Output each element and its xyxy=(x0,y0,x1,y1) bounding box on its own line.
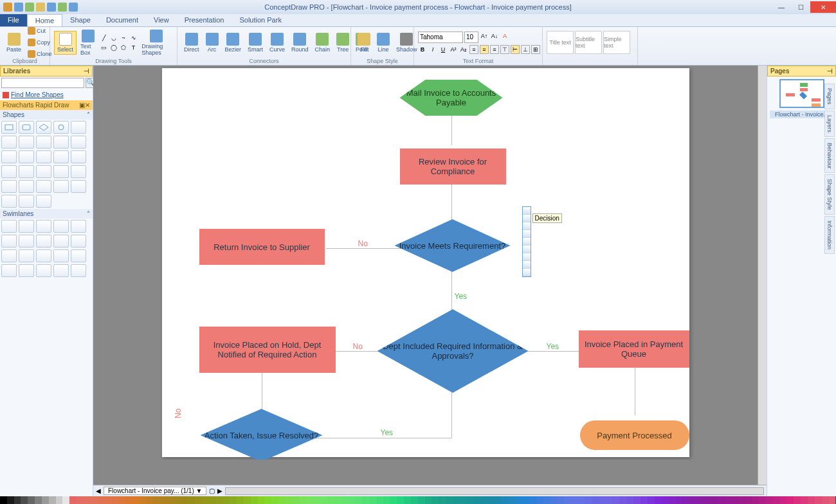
swimlanes-subsection[interactable]: Swimlanes ˄ xyxy=(0,209,93,219)
node-dept-included[interactable]: Dept Included Required Information & App… xyxy=(377,309,529,393)
swim-16[interactable] xyxy=(1,264,17,277)
canvas[interactable]: Mail Invoice to Accounts Payable Review … xyxy=(162,68,689,457)
shape-26[interactable] xyxy=(1,195,17,208)
tool-arc[interactable]: ◡ xyxy=(109,33,118,42)
textbox-button[interactable]: Text Box xyxy=(78,28,98,57)
node-review-invoice[interactable]: Review Invoice for Compliance xyxy=(400,148,506,184)
section-rapid-draw[interactable]: Flowcharts Rapid Draw▣✕ xyxy=(0,100,93,110)
shape-circle[interactable] xyxy=(53,121,69,134)
shape-27[interactable] xyxy=(19,195,34,208)
minimize-button[interactable]: — xyxy=(772,1,791,13)
shape-25[interactable] xyxy=(71,180,86,193)
tab-view[interactable]: View xyxy=(146,14,177,26)
shape-5[interactable] xyxy=(71,121,86,134)
qat-print-icon[interactable] xyxy=(47,3,56,12)
maximize-button[interactable]: ☐ xyxy=(791,1,810,13)
app-icon[interactable] xyxy=(3,3,12,12)
shape-10[interactable] xyxy=(71,136,86,148)
shape-6[interactable] xyxy=(1,136,17,148)
shape-22[interactable] xyxy=(19,180,34,193)
tool-text[interactable]: T xyxy=(129,43,138,52)
node-on-hold[interactable]: Invoice Placed on Hold, Dept Notified of… xyxy=(199,327,336,373)
conn-chain[interactable]: Chain xyxy=(313,32,333,54)
swim-1[interactable] xyxy=(1,220,17,233)
shape-rounded[interactable] xyxy=(19,121,34,134)
align-top[interactable]: ⊤ xyxy=(500,45,509,54)
swim-8[interactable] xyxy=(36,235,51,248)
shape-24[interactable] xyxy=(53,180,69,193)
conn-tree[interactable]: Tree xyxy=(334,32,352,54)
shape-9[interactable] xyxy=(53,136,69,148)
subscript-button[interactable]: A₂ xyxy=(459,45,468,54)
tool-line[interactable]: ╱ xyxy=(99,33,108,42)
tool-rect[interactable]: ▭ xyxy=(99,43,108,52)
swim-11[interactable] xyxy=(1,249,17,262)
shape-11[interactable] xyxy=(1,150,17,163)
smart-tb-3[interactable] xyxy=(523,222,531,230)
swim-14[interactable] xyxy=(53,249,69,262)
pagetab-prev[interactable]: ◀ xyxy=(96,487,101,494)
find-more-shapes-link[interactable]: Find More Shapes xyxy=(0,89,93,100)
tab-shape[interactable]: Shape xyxy=(62,14,98,26)
smart-tb-5[interactable] xyxy=(523,238,531,246)
shape-19[interactable] xyxy=(53,165,69,178)
smart-tb-9[interactable] xyxy=(523,269,531,276)
tab-home[interactable]: Home xyxy=(27,14,62,26)
align-middle[interactable]: ⊢ xyxy=(511,45,520,54)
style-simple[interactable]: Simple text xyxy=(603,31,630,54)
align-bottom[interactable]: ⊥ xyxy=(521,45,530,54)
smart-tb-7[interactable] xyxy=(523,253,531,261)
shape-rect[interactable] xyxy=(1,121,17,134)
node-invoice-meets[interactable]: Invoice Meets Requirement? xyxy=(395,219,511,272)
swim-13[interactable] xyxy=(36,249,51,262)
pin-icon[interactable]: ⊣ xyxy=(827,68,833,75)
conn-bezier[interactable]: Bezier xyxy=(223,32,244,54)
font-select[interactable] xyxy=(418,32,463,43)
shape-8[interactable] xyxy=(36,136,51,148)
shape-20[interactable] xyxy=(71,165,86,178)
underline-button[interactable]: U xyxy=(439,45,448,54)
sidetab-layers[interactable]: Layers xyxy=(824,111,835,137)
paste-button[interactable]: Paste xyxy=(4,32,24,54)
qat-undo-icon[interactable] xyxy=(25,3,34,12)
shape-18[interactable] xyxy=(36,165,51,178)
swim-3[interactable] xyxy=(36,220,51,233)
color-palette[interactable] xyxy=(0,496,836,504)
align-center[interactable]: ≡ xyxy=(480,45,489,54)
smart-toolbar[interactable] xyxy=(522,206,531,277)
conn-direct[interactable]: Direct xyxy=(181,32,202,54)
conn-curve[interactable]: Curve xyxy=(267,32,287,54)
fontsize-select[interactable] xyxy=(464,32,478,43)
align-justify[interactable]: ⊞ xyxy=(531,45,540,54)
sidetab-information[interactable]: Information xyxy=(824,216,835,254)
sidetab-shape-style[interactable]: Shape Style xyxy=(824,174,835,215)
node-payment-processed[interactable]: Payment Processed xyxy=(580,420,689,450)
align-right[interactable]: ≡ xyxy=(490,45,499,54)
smart-tb-6[interactable] xyxy=(523,246,531,253)
pagetab-next[interactable]: ▶ xyxy=(217,487,223,494)
shape-12[interactable] xyxy=(19,150,34,163)
page-tab[interactable]: Flowchart - Invoice pay... (1/1) ▼ xyxy=(104,487,206,495)
swim-5[interactable] xyxy=(71,220,86,233)
select-button[interactable]: Select xyxy=(54,31,77,55)
close-button[interactable]: ✕ xyxy=(810,1,836,13)
swim-9[interactable] xyxy=(53,235,69,248)
swim-12[interactable] xyxy=(19,249,34,262)
conn-smart[interactable]: Smart xyxy=(245,32,266,54)
shape-17[interactable] xyxy=(19,165,34,178)
shape-13[interactable] xyxy=(36,150,51,163)
smart-tb-8[interactable] xyxy=(523,261,531,269)
swim-20[interactable] xyxy=(71,264,86,277)
qat-save-icon[interactable] xyxy=(14,3,23,12)
conn-arc[interactable]: Arc xyxy=(203,32,221,54)
tool-curve[interactable]: ~ xyxy=(119,33,128,42)
swim-18[interactable] xyxy=(36,264,51,277)
shapes-subsection[interactable]: Shapes ˄ xyxy=(0,110,93,120)
horizontal-scrollbar[interactable] xyxy=(225,487,764,495)
shape-15[interactable] xyxy=(71,150,86,163)
superscript-button[interactable]: A² xyxy=(449,45,458,54)
swim-4[interactable] xyxy=(53,220,69,233)
node-action-taken[interactable]: Action Taken, Issue Resolved? xyxy=(201,409,323,460)
shape-7[interactable] xyxy=(19,136,34,148)
tab-presentation[interactable]: Presentation xyxy=(177,14,232,26)
